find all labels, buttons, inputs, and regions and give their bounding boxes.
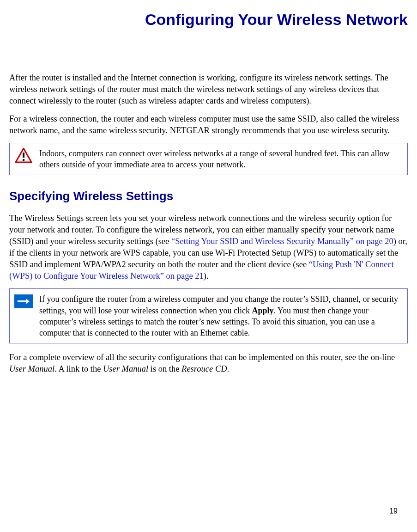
page-title: Configuring Your Wireless Network (9, 9, 408, 31)
closing-i2: User Manual (103, 364, 148, 373)
link-manual-ssid[interactable]: “Setting Your SSID and Wireless Security… (171, 237, 393, 246)
closing-d: . (227, 364, 230, 373)
svg-rect-0 (23, 153, 24, 158)
section-paragraph-1: The Wireless Settings screen lets you se… (9, 213, 408, 282)
note-text: If you configure the router from a wirel… (39, 293, 403, 338)
closing-i1: User Manual (9, 364, 54, 373)
note-callout: If you configure the router from a wirel… (9, 288, 408, 343)
closing-a: For a complete overview of all the secur… (9, 353, 395, 362)
svg-rect-1 (23, 159, 24, 161)
note-bold-apply: Apply (252, 306, 273, 315)
warning-icon (14, 147, 33, 164)
intro-paragraph-1: After the router is installed and the In… (9, 72, 408, 107)
warning-callout: Indoors, computers can connect over wire… (9, 143, 408, 176)
closing-b: . A link to the (54, 364, 103, 373)
page: Configuring Your Wireless Network After … (9, 9, 408, 523)
closing-c: is on the (148, 364, 181, 373)
intro-paragraph-2: For a wireless connection, the router an… (9, 113, 408, 136)
closing-paragraph: For a complete overview of all the secur… (9, 352, 408, 375)
section-p1-c: ). (204, 271, 209, 281)
page-number: 19 (389, 506, 398, 516)
note-icon (14, 293, 33, 309)
warning-text: Indoors, computers can connect over wire… (39, 147, 403, 171)
section-heading: Specifying Wireless Settings (9, 188, 408, 204)
closing-i3: Resrouce CD (181, 364, 227, 373)
intro2-text-b: NETGEAR strongly recommends that you use… (170, 126, 390, 135)
